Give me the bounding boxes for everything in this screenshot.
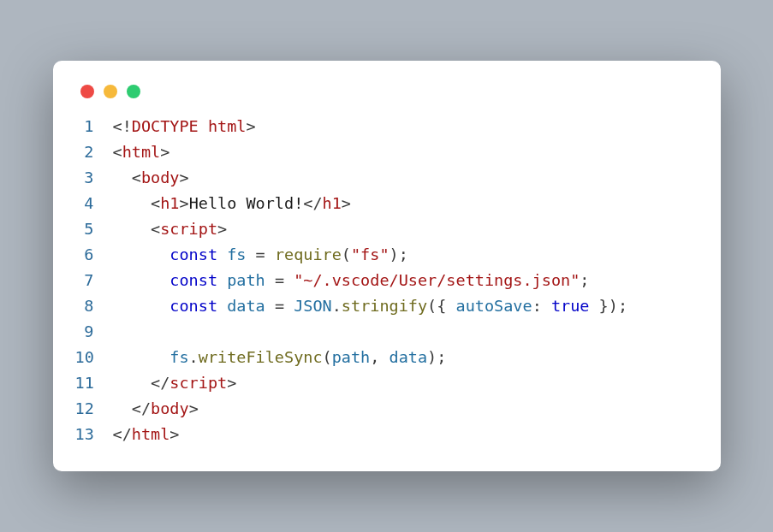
code-token: html <box>122 143 161 161</box>
code-token: html <box>208 117 247 135</box>
code-token: > <box>217 220 227 238</box>
code-line: 12 </body> <box>75 396 699 422</box>
code-token: ( <box>427 297 437 315</box>
code-token: "~/.vscode/User/settings.json" <box>294 271 580 289</box>
code-token: </ <box>132 399 151 417</box>
code-token: const <box>169 245 217 263</box>
code-token: : <box>532 297 542 315</box>
code-token: script <box>169 374 227 392</box>
line-number: 5 <box>75 216 113 242</box>
code-token: > <box>189 399 199 417</box>
code-token <box>113 348 170 366</box>
code-editor[interactable]: 1<!DOCTYPE html>2<html>3 <body>4 <h1>Hel… <box>75 114 699 447</box>
code-token: } <box>589 297 608 315</box>
code-token: data <box>389 348 428 366</box>
code-token: . <box>189 348 199 366</box>
line-number: 9 <box>75 319 113 345</box>
code-token <box>284 297 294 315</box>
code-token: > <box>227 374 236 392</box>
code-token: . <box>332 297 342 315</box>
code-token: > <box>179 168 188 186</box>
code-token: > <box>342 194 351 212</box>
code-token <box>379 348 389 366</box>
code-token: "fs" <box>351 245 389 263</box>
code-token <box>265 297 275 315</box>
code-token: > <box>179 194 188 212</box>
line-number: 11 <box>75 370 113 396</box>
code-token <box>265 245 275 263</box>
code-content: </script> <box>113 370 699 396</box>
code-token: true <box>551 297 590 315</box>
code-token: body <box>151 399 189 417</box>
code-token <box>113 297 170 315</box>
code-token: ) <box>427 348 437 366</box>
code-token <box>217 297 227 315</box>
code-line: 7 const path = "~/.vscode/User/settings.… <box>75 268 699 293</box>
code-token: </ <box>303 194 322 212</box>
code-token <box>113 220 152 238</box>
code-token: body <box>141 168 180 186</box>
code-token: stringify <box>342 297 427 315</box>
code-line: 5 <script> <box>75 216 699 242</box>
code-token: < <box>113 143 122 161</box>
line-number: 1 <box>75 114 113 139</box>
code-token: ) <box>389 245 399 263</box>
code-token: < <box>151 194 160 212</box>
code-token: const <box>169 297 217 315</box>
code-content: <html> <box>113 139 699 165</box>
code-token: path <box>227 271 265 289</box>
code-token: path <box>332 348 371 366</box>
line-number: 4 <box>75 191 113 216</box>
code-token: = <box>275 297 284 315</box>
code-token: h1 <box>160 194 179 212</box>
code-token: > <box>160 143 169 161</box>
code-token: > <box>169 425 179 443</box>
line-number: 7 <box>75 268 113 293</box>
line-number: 8 <box>75 293 113 319</box>
line-number: 10 <box>75 345 113 370</box>
code-token: Hello World! <box>189 194 304 212</box>
code-token <box>265 271 275 289</box>
code-token: ; <box>399 245 408 263</box>
code-token: </ <box>151 374 169 392</box>
code-token: ; <box>618 297 627 315</box>
code-content: fs.writeFileSync(path, data); <box>113 345 699 370</box>
code-line: 10 fs.writeFileSync(path, data); <box>75 345 699 370</box>
code-token: ( <box>323 348 332 366</box>
line-number: 3 <box>75 165 113 191</box>
code-line: 4 <h1>Hello World!</h1> <box>75 191 699 216</box>
code-token: data <box>227 297 265 315</box>
code-line: 3 <body> <box>75 165 699 191</box>
code-line: 1<!DOCTYPE html> <box>75 114 699 139</box>
code-token: , <box>370 348 379 366</box>
code-token: JSON <box>294 297 332 315</box>
close-icon[interactable] <box>80 85 94 98</box>
code-token: script <box>160 220 217 238</box>
code-token: <! <box>113 117 132 135</box>
minimize-icon[interactable] <box>104 85 117 98</box>
code-content: <body> <box>113 165 699 191</box>
code-line: 9 <box>75 319 699 345</box>
code-token <box>113 194 152 212</box>
window-controls <box>75 80 699 114</box>
code-token <box>217 271 227 289</box>
code-token: < <box>132 168 141 186</box>
code-token: html <box>132 425 170 443</box>
code-token <box>113 374 152 392</box>
code-content: </body> <box>113 396 699 422</box>
code-token: DOCTYPE <box>132 117 208 135</box>
code-token <box>113 245 170 263</box>
code-token <box>113 271 170 289</box>
code-content: </html> <box>113 422 699 447</box>
code-content: <!DOCTYPE html> <box>113 114 699 139</box>
code-token: > <box>246 117 255 135</box>
maximize-icon[interactable] <box>127 85 140 98</box>
line-number: 12 <box>75 396 113 422</box>
code-content: const path = "~/.vscode/User/settings.js… <box>113 268 699 293</box>
code-line: 13</html> <box>75 422 699 447</box>
code-token: < <box>151 220 160 238</box>
code-token: require <box>275 245 342 263</box>
code-token: { <box>437 297 455 315</box>
code-token: const <box>169 271 217 289</box>
code-token <box>217 245 227 263</box>
